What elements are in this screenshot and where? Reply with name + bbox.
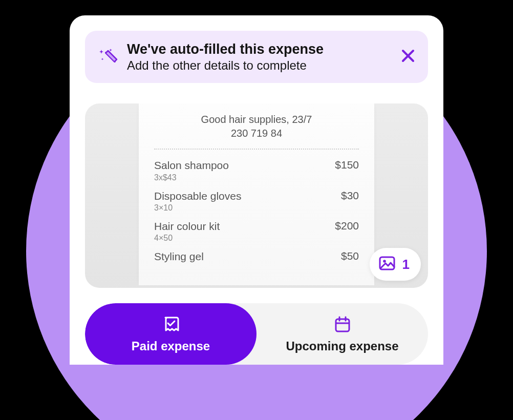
attachment-count: 1 [402,257,410,272]
receipt-paper: Good hair supplies, 23/7 230 719 84 Salo… [139,103,374,285]
close-button[interactable] [400,48,416,66]
calendar-icon [332,314,353,337]
svg-rect-2 [336,319,349,331]
receipt-row: Styling gel $50 [154,250,359,263]
receipt-divider [154,149,359,150]
receipt-phone: 230 719 84 [154,127,359,140]
receipt-header: Good hair supplies, 23/7 230 719 84 [154,113,359,140]
receipt-item-price: $30 [341,190,359,202]
tab-paid-expense[interactable]: Paid expense [85,303,256,365]
tab-label: Paid expense [132,339,210,353]
attachment-pill[interactable]: 1 [370,248,421,281]
receipt-check-icon [161,314,181,337]
banner-title: We've auto-filled this expense [127,41,391,57]
receipt-item-sub: 4×50 [154,234,220,243]
autofill-banner: We've auto-filled this expense Add the o… [85,31,428,83]
expense-card: We've auto-filled this expense Add the o… [70,15,443,365]
receipt-item-name: Salon shampoo [154,159,229,172]
receipt-row: Hair colour kit 4×50 $200 [154,220,359,243]
banner-subtitle: Add the other details to complete [127,58,391,73]
receipt-item-sub: 3x$43 [154,173,229,182]
receipt-row: Salon shampoo 3x$43 $150 [154,159,359,182]
svg-point-1 [383,260,386,263]
receipt-row: Disposable gloves 3×10 $30 [154,190,359,213]
receipt-preview: Good hair supplies, 23/7 230 719 84 Salo… [85,103,428,288]
receipt-item-sub: 3×10 [154,203,241,213]
receipt-item-price: $50 [341,250,359,262]
receipt-item-name: Disposable gloves [154,190,241,202]
close-icon [400,48,416,66]
banner-text: We've auto-filled this expense Add the o… [127,41,391,73]
tab-label: Upcoming expense [286,339,398,353]
magic-wand-icon [97,46,118,68]
receipt-item-price: $200 [335,220,359,232]
image-icon [378,254,396,275]
tab-upcoming-expense[interactable]: Upcoming expense [256,303,428,365]
receipt-item-name: Hair colour kit [154,220,220,233]
expense-type-tabs: Paid expense Upcoming expense [85,303,428,365]
receipt-item-name: Styling gel [154,250,204,263]
receipt-store: Good hair supplies, 23/7 [154,113,359,127]
receipt-item-price: $150 [335,159,359,171]
